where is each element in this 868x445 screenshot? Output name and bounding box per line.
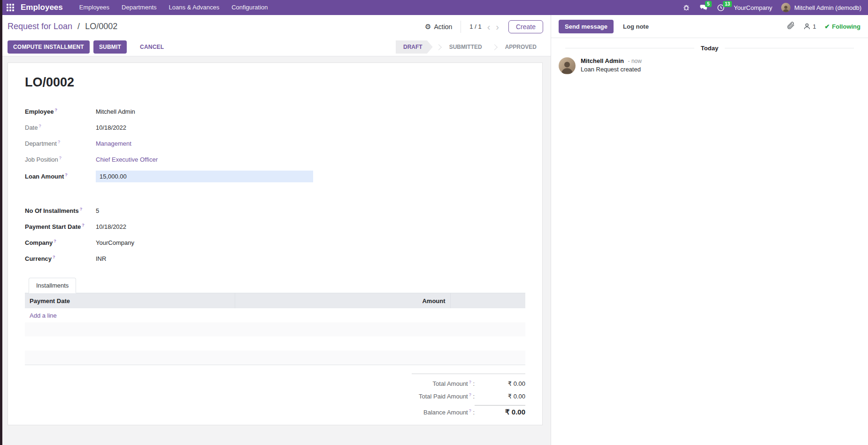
statusbar: COMPUTE INSTALLMENT SUBMIT CANCEL DRAFT … — [0, 38, 551, 56]
step-chevron-icon — [492, 44, 498, 50]
field-row-payment-start-date: Payment Start Date? 10/18/2022 — [25, 222, 525, 232]
help-icon: ? — [58, 140, 60, 144]
attachment-paperclip-icon[interactable] — [786, 21, 795, 31]
chatter-icons: 1 ✔ Following — [786, 21, 860, 31]
help-icon: ? — [80, 207, 83, 211]
step-chevron-icon — [436, 44, 442, 50]
field-label-company: Company? — [25, 239, 96, 246]
apps-menu-icon[interactable] — [7, 4, 14, 11]
message-body: Loan Request created — [581, 66, 642, 73]
field-value-date[interactable]: 10/18/2022 — [96, 124, 126, 131]
message-author[interactable]: Mitchell Admin — [581, 57, 624, 64]
debug-bug-icon[interactable] — [683, 4, 690, 11]
field-row-job-position: Job Position? Chief Executive Officer — [25, 155, 525, 164]
field-value-company[interactable]: YourCompany — [96, 239, 134, 246]
status-step-submitted[interactable]: SUBMITTED — [443, 40, 489, 54]
chatter-message: Mitchell Admin - now Loan Request create… — [559, 57, 860, 74]
total-paid-amount-label: Total Paid Amount? : — [419, 392, 475, 400]
field-label-currency: Currency? — [25, 255, 96, 262]
form-content: LO/0002 Employee? Mitchell Admin Date? 1… — [0, 56, 551, 445]
installments-table: Payment Date Amount Add a line — [25, 293, 525, 365]
menu-employees[interactable]: Employees — [73, 0, 115, 15]
field-value-job-position[interactable]: Chief Executive Officer — [96, 156, 158, 163]
field-value-payment-start-date[interactable]: 10/18/2022 — [96, 223, 126, 230]
systray: 5 13 YourCompany Mitchell Admin (demodb) — [683, 3, 868, 12]
user-name: Mitchell Admin (demodb) — [794, 4, 861, 11]
field-row-loan-amount: Loan Amount? — [25, 171, 525, 182]
user-menu[interactable]: Mitchell Admin (demodb) — [781, 3, 861, 12]
followers-count: 1 — [813, 23, 816, 30]
activities-clock-icon[interactable]: 13 — [717, 4, 725, 12]
balance-amount-row: Balance Amount? : ₹ 0.00 — [412, 405, 525, 416]
company-switcher[interactable]: YourCompany — [734, 4, 772, 11]
submit-button[interactable]: SUBMIT — [93, 40, 127, 54]
breadcrumb: Request for Loan / LO/0002 — [8, 22, 117, 31]
field-label-loan-amount: Loan Amount? — [25, 172, 96, 180]
app-brand[interactable]: Employees — [21, 3, 63, 12]
help-icon: ? — [469, 392, 471, 397]
compute-installment-button[interactable]: COMPUTE INSTALLMENT — [8, 40, 90, 54]
help-icon: ? — [54, 108, 57, 112]
field-value-employee[interactable]: Mitchell Admin — [96, 108, 135, 115]
total-paid-amount-row: Total Paid Amount? : ₹ 0.00 — [412, 392, 525, 400]
menu-departments[interactable]: Departments — [115, 0, 162, 15]
control-panel-right: ⚙ Action 1 / 1 ‹ › Create — [425, 20, 543, 33]
help-icon: ? — [469, 380, 471, 384]
chatter-toolbar: Send message Log note 1 — [551, 15, 868, 38]
field-row-employee: Employee? Mitchell Admin — [25, 107, 525, 117]
following-button[interactable]: ✔ Following — [824, 23, 860, 30]
status-steps: DRAFT SUBMITTED APPROVED — [396, 40, 543, 54]
form-pane: Request for Loan / LO/0002 ⚙ Action 1 / … — [0, 15, 551, 445]
app-window: Employees Employees Departments Loans & … — [0, 0, 868, 445]
table-header-row: Payment Date Amount — [25, 293, 525, 308]
pager-previous-icon[interactable]: ‹ — [487, 22, 491, 31]
help-icon: ? — [82, 223, 84, 227]
following-label: Following — [832, 23, 860, 30]
column-header-payment-date[interactable]: Payment Date — [25, 293, 235, 308]
message-content: Mitchell Admin - now Loan Request create… — [581, 57, 642, 74]
create-button[interactable]: Create — [508, 20, 543, 33]
field-row-department: Department? Management — [25, 139, 525, 148]
message-timestamp: - now — [628, 58, 642, 64]
notebook: Installments Payment Date Amount — [25, 278, 525, 416]
log-note-button[interactable]: Log note — [623, 23, 649, 30]
add-a-line-link[interactable]: Add a line — [30, 312, 57, 319]
field-label-department: Department? — [25, 140, 96, 147]
tab-installments[interactable]: Installments — [29, 278, 76, 293]
breadcrumb-current: LO/0002 — [85, 22, 117, 31]
field-value-department[interactable]: Management — [96, 140, 131, 147]
messages-icon[interactable]: 5 — [699, 4, 708, 12]
control-panel: Request for Loan / LO/0002 ⚙ Action 1 / … — [0, 15, 551, 38]
empty-row — [25, 322, 525, 336]
status-step-draft[interactable]: DRAFT — [396, 40, 433, 54]
followers-button[interactable]: 1 — [803, 23, 816, 30]
field-value-currency[interactable]: INR — [96, 255, 106, 262]
balance-amount-label: Balance Amount? : — [423, 408, 475, 416]
total-amount-value: ₹ 0.00 — [475, 380, 525, 387]
field-label-date: Date? — [25, 124, 96, 131]
cancel-button[interactable]: CANCEL — [134, 40, 169, 54]
add-line-row: Add a line — [25, 308, 525, 322]
field-value-installments-count[interactable]: 5 — [96, 207, 99, 214]
action-menu-button[interactable]: ⚙ Action — [425, 23, 452, 31]
send-message-button[interactable]: Send message — [559, 20, 614, 33]
field-label-employee: Employee? — [25, 108, 96, 115]
loan-amount-input[interactable] — [96, 171, 313, 182]
column-header-amount[interactable]: Amount — [235, 293, 450, 308]
status-step-approved[interactable]: APPROVED — [499, 40, 543, 54]
total-amount-label: Total Amount? : — [433, 380, 475, 387]
record-title: LO/0002 — [25, 75, 525, 90]
pager: 1 / 1 ‹ › — [469, 22, 499, 31]
form-sheet: LO/0002 Employee? Mitchell Admin Date? 1… — [8, 62, 543, 425]
totals-block: Total Amount? : ₹ 0.00 Total Paid Amount… — [412, 374, 525, 417]
menu-loans-advances[interactable]: Loans & Advances — [163, 0, 226, 15]
breadcrumb-separator: / — [75, 22, 83, 31]
chatter-body: Today Mitchell Admin - now Loan Request … — [551, 38, 868, 445]
field-label-installments-count: No Of Installments? — [25, 207, 96, 214]
breadcrumb-parent-link[interactable]: Request for Loan — [8, 22, 72, 31]
field-label-job-position: Job Position? — [25, 156, 96, 163]
pager-next-icon[interactable]: › — [496, 22, 499, 31]
menu-configuration[interactable]: Configuration — [225, 0, 274, 15]
check-icon: ✔ — [824, 23, 830, 30]
message-author-avatar[interactable] — [559, 57, 576, 74]
